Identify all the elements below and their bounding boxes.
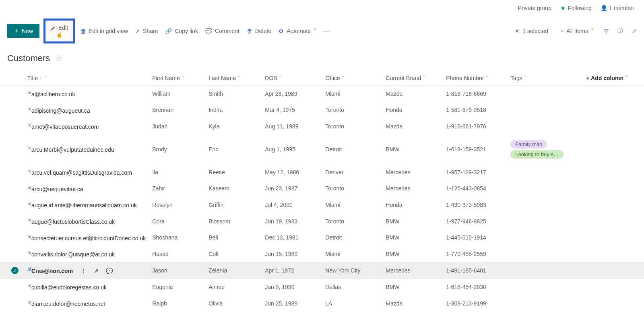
cell-tags <box>507 279 576 295</box>
select-all-header[interactable] <box>0 71 24 86</box>
item-title[interactable]: diam.eu.dolor@necmetus.net <box>31 301 105 307</box>
cursor-icon: ☝️ <box>56 32 63 37</box>
col-office[interactable]: Office˅ <box>322 71 382 86</box>
edit-button[interactable]: Edit ☝️ <box>43 19 75 43</box>
cell-phone: 1-618-454-2830 <box>443 279 507 295</box>
cell-ln: Reese <box>205 164 262 180</box>
item-title[interactable]: convallis.dolor.Quisque@at.co.uk <box>31 251 115 258</box>
col-last-name[interactable]: Last Name˅ <box>205 71 262 86</box>
item-title[interactable]: Cras@non.com <box>31 268 73 274</box>
more-icon[interactable]: ⋮ <box>81 268 87 274</box>
table-row[interactable]: ⇲diam.eu.dolor@necmetus.netRalphOliviaJu… <box>0 295 644 312</box>
table-row[interactable]: ⇲amet@vitaeposuereat.comJudahKylaAug 11,… <box>0 118 644 135</box>
col-dob[interactable]: DOB˅ <box>262 71 322 86</box>
cell-fn: Cora <box>149 213 205 229</box>
item-title[interactable]: cubilia@eudoloregestas.co.uk <box>31 284 107 291</box>
members[interactable]: 👤 1 member <box>601 5 634 11</box>
col-tags[interactable]: Tags˅ <box>507 71 576 86</box>
command-bar-right: ✕ 1 selected ≡ All Items ˅ ▽ ⓘ ⤢ <box>513 27 637 35</box>
star-icon: ★ <box>560 5 566 11</box>
table-row[interactable]: ⇲arcu@nequevitae.caZahirKaseemJun 23, 19… <box>0 180 644 197</box>
item-title[interactable]: arcu.vel.quam@sagittisDuisgravida.com <box>31 169 132 176</box>
link-indicator-icon: ⇲ <box>27 146 31 150</box>
share-icon: ↗ <box>135 28 140 34</box>
cell-phone: 1-430-373-5983 <box>443 197 507 213</box>
cell-dob: Jun 19, 1983 <box>262 213 322 229</box>
table-row[interactable]: ⇲augue.id.ante@liberomaurisaliquam.co.uk… <box>0 197 644 213</box>
item-title[interactable]: consectetuer.cursus.et@tinciduntDonec.co… <box>31 235 146 241</box>
new-button[interactable]: ＋ New <box>7 24 39 38</box>
automate-button[interactable]: ⚙ Automate ˅ <box>277 28 318 34</box>
command-bar: ＋ New Edit ☝️ ▦ Edit in grid view ↗ Shar… <box>0 16 644 46</box>
share-button[interactable]: ↗ Share <box>134 28 159 34</box>
page-title: Customers ☆ <box>0 46 644 65</box>
tag[interactable]: Looking to buy s… <box>510 150 564 159</box>
favorite-toggle[interactable]: ☆ <box>55 53 63 64</box>
cell-ln: Smith <box>205 86 262 102</box>
cell-office: Toronto <box>322 118 382 135</box>
share-icon[interactable]: ↗ <box>94 268 99 274</box>
cell-fn: Brody <box>149 134 205 164</box>
expand-icon[interactable]: ⤢ <box>632 28 637 34</box>
cell-brand: BMW <box>382 279 443 295</box>
table-row[interactable]: ⇲a@aclibero.co.ukWilliamSmithApr 28, 198… <box>0 86 644 102</box>
cell-dob: Jan 9, 1990 <box>262 279 322 295</box>
cell-ln: Olivia <box>205 295 262 312</box>
link-indicator-icon: ⇲ <box>27 123 31 127</box>
view-selector[interactable]: ≡ All Items ˅ <box>559 28 595 34</box>
filter-icon[interactable]: ▽ <box>604 28 609 34</box>
comment-button[interactable]: 💬 Comment <box>204 28 241 34</box>
col-first-name[interactable]: First Name˅ <box>149 71 205 86</box>
table-row[interactable]: ⇲consectetuer.cursus.et@tinciduntDonec.c… <box>0 229 644 246</box>
item-title[interactable]: augue@luctuslobortisClass.co.uk <box>31 219 115 225</box>
add-column-button[interactable]: + Add column˅ <box>576 71 644 86</box>
table-row[interactable]: ⇲cubilia@eudoloregestas.co.ukEugeniaAime… <box>0 279 644 295</box>
cell-phone: 1-977-946-8825 <box>443 213 507 229</box>
follow-button[interactable]: ★Following <box>560 5 592 11</box>
copy-link-button[interactable]: 🔗 Copy link <box>163 28 200 34</box>
item-title[interactable]: arcu.Morbi@vulputateduinec.edu <box>31 147 114 153</box>
table-row[interactable]: ⇲arcu.Morbi@vulputateduinec.eduBrodyEric… <box>0 134 644 164</box>
link-indicator-icon: ⇲ <box>27 90 31 95</box>
info-icon[interactable]: ⓘ <box>617 27 623 35</box>
link-indicator-icon: ⇲ <box>27 283 31 288</box>
table-row[interactable]: ⇲convallis.dolor.Quisque@at.co.ukHasadCo… <box>0 246 644 262</box>
cell-brand: BMW <box>382 229 443 246</box>
cell-phone: 1-308-213-9199 <box>443 295 507 312</box>
col-brand[interactable]: Current Brand˅ <box>382 71 443 86</box>
table-row[interactable]: ✓⇲Cras@non.com⋮↗💬JasonZeleniaApr 1, 1972… <box>0 262 644 279</box>
col-title[interactable]: Title ↑˅ <box>24 71 149 86</box>
edit-grid-button[interactable]: ▦ Edit in grid view <box>79 28 130 34</box>
table-row[interactable]: ⇲augue@luctuslobortisClass.co.ukCoraBlos… <box>0 213 644 229</box>
item-title[interactable]: adipiscing@augueut.ca <box>31 107 90 114</box>
cell-brand: Honda <box>382 102 443 118</box>
item-title[interactable]: augue.id.ante@liberomaurisaliquam.co.uk <box>31 202 137 208</box>
cell-ln: Zelenia <box>205 262 262 279</box>
item-title[interactable]: a@aclibero.co.uk <box>31 91 75 97</box>
check-icon[interactable]: ✓ <box>11 267 19 274</box>
cell-phone: 1-445-510-1914 <box>443 229 507 246</box>
cell-office: Toronto <box>322 102 382 118</box>
item-title[interactable]: amet@vitaeposuereat.com <box>31 124 99 130</box>
item-title[interactable]: arcu@nequevitae.ca <box>31 186 83 192</box>
table-row[interactable]: ⇲arcu.vel.quam@sagittisDuisgravida.comIl… <box>0 164 644 180</box>
cell-fn: Shoshana <box>149 229 205 246</box>
cell-tags: Family manLooking to buy s… <box>507 134 576 164</box>
cell-dob: Jun 15, 1980 <box>262 246 322 262</box>
comment-icon[interactable]: 💬 <box>106 268 113 274</box>
delete-button[interactable]: 🗑 Delete <box>245 28 273 34</box>
table-row[interactable]: ⇲adipiscing@augueut.caBrennanIndiraMar 4… <box>0 102 644 118</box>
cell-office: Toronto <box>322 213 382 229</box>
clear-selection-button[interactable]: ✕ 1 selected <box>513 28 550 34</box>
site-context-bar: Private group ★Following 👤 1 member <box>0 0 644 16</box>
cell-office: Miami <box>322 197 382 213</box>
cell-phone: 1-916-661-7976 <box>443 118 507 135</box>
col-phone[interactable]: Phone Number˅ <box>443 71 507 86</box>
tag[interactable]: Family man <box>510 140 547 149</box>
chevron-down-icon: ˅ <box>314 28 316 34</box>
cell-ln: Blossom <box>205 213 262 229</box>
more-button[interactable]: ··· <box>322 28 332 34</box>
cell-office: New York City <box>322 262 382 279</box>
cell-tags <box>507 180 576 197</box>
cell-tags <box>507 118 576 135</box>
